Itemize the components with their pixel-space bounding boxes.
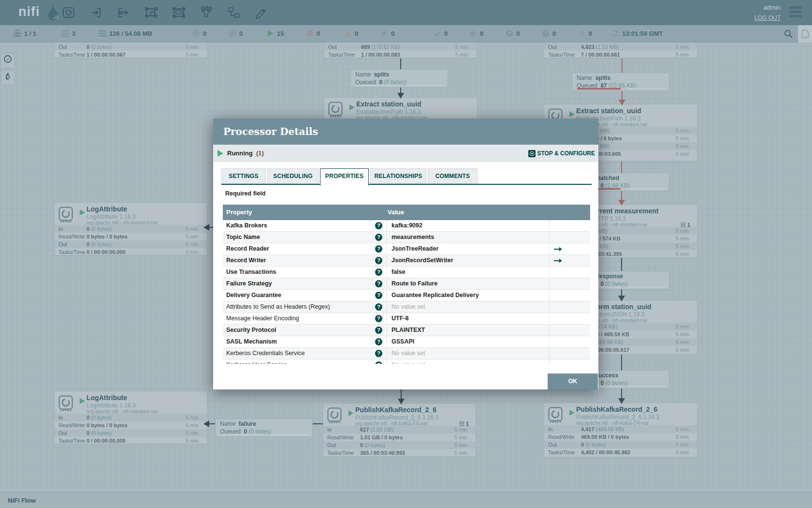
help-icon[interactable]: ? <box>375 257 382 264</box>
process-group-icon[interactable] <box>145 6 158 19</box>
goto-service-icon[interactable] <box>554 243 562 254</box>
tab-relationships[interactable]: RELATIONSHIPS <box>370 168 426 184</box>
status-stopped: 0 <box>306 25 320 43</box>
help-icon[interactable]: ? <box>375 269 382 276</box>
property-row[interactable]: Delivery Guarantee?Guarantee Replicated … <box>223 290 590 301</box>
stat-row: Read/Write469.59 KB / 0 bytes5 min <box>544 433 697 441</box>
property-row[interactable]: Kerberos Credentials Service?No value se… <box>223 348 590 359</box>
help-icon[interactable]: ? <box>375 338 382 345</box>
proc-extract-mid-type: EvaluateJsonPath 1.16.3 <box>356 108 420 115</box>
help-icon[interactable]: ? <box>375 315 382 322</box>
property-row[interactable]: Use Transactions?false <box>223 267 590 278</box>
help-icon[interactable]: ? <box>375 361 382 364</box>
column-property: Property <box>226 205 252 220</box>
breadcrumb[interactable]: NiFi Flow <box>8 497 36 504</box>
input-port-icon[interactable] <box>89 6 103 19</box>
not-transmitting-icon <box>229 30 236 37</box>
connection-arrow <box>619 100 625 105</box>
stat-row: Out0 (0 bytes)5 min <box>55 429 207 437</box>
status-not-transmitting: 0 <box>229 25 243 43</box>
connection-line <box>621 190 622 200</box>
connection-arrow <box>618 398 625 404</box>
status-invalid: 0 <box>344 25 358 43</box>
conn-splits-right[interactable]: Name splitsQueued 87 (22.85 KB) <box>572 73 669 91</box>
processor-icon <box>328 102 343 118</box>
stat-row: Read/Write0 bytes / 0 bytes5 min <box>55 421 207 429</box>
running-icon <box>266 30 274 37</box>
help-icon[interactable]: ? <box>375 245 382 253</box>
help-icon[interactable]: ? <box>375 222 382 229</box>
property-row[interactable]: SASL Mechanism?GSSAPI <box>223 336 590 348</box>
help-icon[interactable]: ? <box>375 292 382 299</box>
help-icon[interactable]: ? <box>375 234 382 241</box>
output-port-icon[interactable] <box>117 6 130 19</box>
proc-log-1-type: LogAttribute 1.16.3 <box>87 213 135 220</box>
locally-modified-stale-icon <box>542 30 550 37</box>
tab-settings[interactable]: SETTINGS <box>221 168 266 184</box>
help-icon[interactable]: ? <box>375 280 382 287</box>
run-indicator-icon <box>80 398 85 404</box>
proc-publish-right[interactable]: PublishKafkaRecord_2_6PublishKafkaRecord… <box>544 403 697 457</box>
status-locally-modified: 0 <box>469 25 483 43</box>
property-row[interactable]: Message Header Encoding?UTF-8 <box>223 313 590 325</box>
remote-process-group-icon[interactable] <box>172 6 186 19</box>
nifi-logo[interactable]: nifi <box>18 4 40 19</box>
proc-log-1[interactable]: LogAttributeLogAttribute 1.16.3org.apach… <box>54 202 207 255</box>
locally-modified-icon <box>469 30 477 37</box>
stat-row: In0 (0 bytes)5 min <box>55 414 207 421</box>
status-threads: 3 <box>61 25 75 43</box>
stop-and-configure-button[interactable]: STOP & CONFIGURE <box>528 149 595 158</box>
navigate-palette-button[interactable] <box>0 53 15 68</box>
status-sync-failure: ?0 <box>578 25 592 43</box>
property-row[interactable]: Topic Name?measurements <box>223 232 590 243</box>
proc-publish-right-type: PublishKafkaRecord_2_6 1.16.3 <box>576 414 659 420</box>
help-icon[interactable]: ? <box>375 350 382 357</box>
stat-row: Tasks/Time7 / 00:00:00.6615 min <box>544 51 697 59</box>
proc-extract-mid-title: Extract station_uuid <box>356 100 421 108</box>
property-row[interactable]: Record Writer?JsonRecordSetWriter <box>223 255 590 267</box>
property-row[interactable]: Failure Strategy?Route to Failure <box>223 278 590 290</box>
connection-line <box>621 388 622 398</box>
proc-log-2-type: LogAttribute 1.16.3 <box>87 402 135 409</box>
processor-icon[interactable] <box>62 6 75 19</box>
proc-publish-mid-title: PublishKafkaRecord_2_6 <box>355 406 436 414</box>
connection-line <box>622 59 623 73</box>
global-menu-icon[interactable] <box>789 6 802 19</box>
connection-arrow <box>618 200 625 206</box>
proc-publish-mid-type: PublishKafkaRecord_2_6 1.16.3 <box>355 414 438 421</box>
help-icon[interactable]: ? <box>375 303 382 311</box>
template-icon[interactable] <box>227 6 241 19</box>
tab-properties[interactable]: PROPERTIES <box>320 168 369 186</box>
ok-button[interactable]: OK <box>548 374 598 389</box>
proc-publish-mid[interactable]: PublishKafkaRecord_2_6PublishKafkaRecord… <box>323 403 476 457</box>
conn-splits-mid[interactable]: Name splitsQueued 0 (0 bytes) <box>350 69 448 88</box>
search-button[interactable] <box>780 25 798 43</box>
refresh-icon <box>611 30 619 37</box>
stat-row: Out689 (179.52 KB)5 min <box>324 43 477 51</box>
conn-failure[interactable]: Name failureQueued 0 (0 bytes) <box>215 418 313 437</box>
property-row[interactable]: Security Protocol?PLAINTEXT <box>223 325 590 336</box>
proc-publish-right-title: PublishKafkaRecord_2_6 <box>576 405 657 413</box>
help-icon[interactable]: ? <box>375 327 382 334</box>
status-stale: 0 <box>506 25 520 43</box>
tab-scheduling[interactable]: SCHEDULING <box>267 168 319 184</box>
property-row[interactable]: Attributes to Send as Headers (Regex)?No… <box>223 301 590 313</box>
run-indicator-icon <box>569 111 575 117</box>
stat-row: In4,417 (469.59 KB)5 min <box>544 425 697 433</box>
logout-link[interactable]: LOG OUT <box>754 15 781 21</box>
goto-service-icon[interactable] <box>554 255 562 266</box>
operate-palette-button[interactable] <box>0 70 15 85</box>
connection-line <box>621 258 622 271</box>
property-row[interactable]: Kerberos User Service?No value set <box>223 359 590 364</box>
tab-comments[interactable]: COMMENTS <box>428 168 478 184</box>
funnel-icon[interactable] <box>200 6 213 19</box>
property-row[interactable]: Kafka Brokers?kafka:9092 <box>223 220 590 232</box>
stopped-icon <box>306 30 314 37</box>
status-history-button[interactable] <box>798 25 812 43</box>
proc-log-2[interactable]: LogAttributeLogAttribute 1.16.3org.apach… <box>54 391 207 444</box>
property-row[interactable]: Record Reader?JsonTreeReader <box>223 243 590 255</box>
nifi-drop-icon <box>46 4 62 23</box>
connection-arrow <box>203 224 209 231</box>
label-icon[interactable] <box>255 6 268 19</box>
svg-text:?: ? <box>580 30 584 37</box>
